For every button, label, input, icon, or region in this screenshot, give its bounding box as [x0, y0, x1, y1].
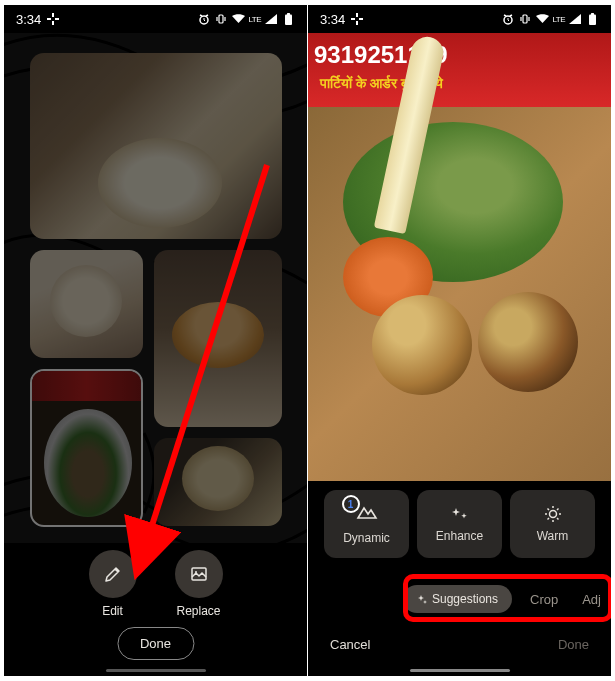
- presets: 1 Dynamic Enhance Warm: [308, 490, 611, 558]
- vibrate-icon: [214, 12, 228, 26]
- collage-preview[interactable]: [4, 33, 307, 543]
- app-icon: [350, 12, 364, 26]
- status-time: 3:34: [16, 12, 41, 27]
- sun-icon: [543, 505, 563, 523]
- wifi-icon: [535, 12, 549, 26]
- pencil-icon: [104, 565, 122, 583]
- app-icon: [46, 12, 60, 26]
- collage-edit-screen: 3:34 LTE: [4, 5, 307, 676]
- wifi-icon: [231, 12, 245, 26]
- photo-background-banner: 9319251189 पार्टियों के आर्डर बुक किये: [308, 33, 611, 107]
- preset-dynamic[interactable]: 1 Dynamic: [324, 490, 409, 558]
- photo-editor-screen: 3:34 LTE 9319251189: [308, 5, 611, 676]
- battery-icon: [281, 12, 295, 26]
- svg-line-27: [557, 509, 559, 511]
- svg-rect-16: [523, 15, 527, 23]
- svg-rect-3: [55, 18, 59, 20]
- cancel-button[interactable]: Cancel: [330, 637, 370, 652]
- svg-point-9: [195, 571, 197, 573]
- annotation-highlight-box: [403, 574, 611, 622]
- badge-1: 1: [342, 495, 360, 513]
- sparkles-icon: [450, 505, 470, 523]
- svg-rect-6: [285, 15, 292, 26]
- done-label: Done: [140, 636, 171, 651]
- svg-rect-14: [359, 18, 363, 20]
- food-bati-1: [372, 295, 472, 395]
- nav-handle[interactable]: [410, 669, 510, 672]
- replace-label: Replace: [176, 604, 220, 618]
- alarm-icon: [197, 12, 211, 26]
- svg-line-24: [547, 509, 549, 511]
- photo-preview[interactable]: 9319251189 पार्टियों के आर्डर बुक किये: [308, 33, 611, 481]
- svg-rect-0: [52, 13, 54, 17]
- replace-button[interactable]: Replace: [175, 550, 223, 618]
- svg-rect-11: [356, 13, 358, 17]
- preset-enhance[interactable]: Enhance: [417, 490, 502, 558]
- svg-rect-13: [351, 18, 355, 20]
- svg-rect-18: [591, 13, 594, 15]
- image-icon: [190, 565, 208, 583]
- dim-overlay: [4, 33, 307, 543]
- signal-icon: [568, 12, 582, 26]
- svg-rect-5: [219, 15, 223, 23]
- edit-label: Edit: [102, 604, 123, 618]
- food-bati-2: [478, 292, 578, 392]
- status-time: 3:34: [320, 12, 345, 27]
- nav-handle[interactable]: [106, 669, 206, 672]
- lte-indicator: LTE: [552, 15, 565, 24]
- status-bar: 3:34 LTE: [308, 5, 611, 33]
- edit-button[interactable]: Edit: [89, 550, 137, 618]
- battery-icon: [585, 12, 599, 26]
- preset-warm[interactable]: Warm: [510, 490, 595, 558]
- done-button[interactable]: Done: [117, 627, 194, 660]
- svg-rect-1: [52, 21, 54, 25]
- svg-rect-2: [47, 18, 51, 20]
- preset-label: Enhance: [436, 529, 483, 543]
- svg-rect-12: [356, 21, 358, 25]
- svg-line-26: [547, 518, 549, 520]
- status-bar: 3:34 LTE: [4, 5, 307, 33]
- svg-line-25: [557, 518, 559, 520]
- done-button-disabled: Done: [558, 637, 589, 652]
- svg-point-19: [549, 511, 556, 518]
- alarm-icon: [501, 12, 515, 26]
- preset-label: Dynamic: [343, 531, 390, 545]
- svg-rect-17: [589, 15, 596, 26]
- vibrate-icon: [518, 12, 532, 26]
- svg-rect-7: [287, 13, 290, 15]
- lte-indicator: LTE: [248, 15, 261, 24]
- preset-label: Warm: [537, 529, 569, 543]
- signal-icon: [264, 12, 278, 26]
